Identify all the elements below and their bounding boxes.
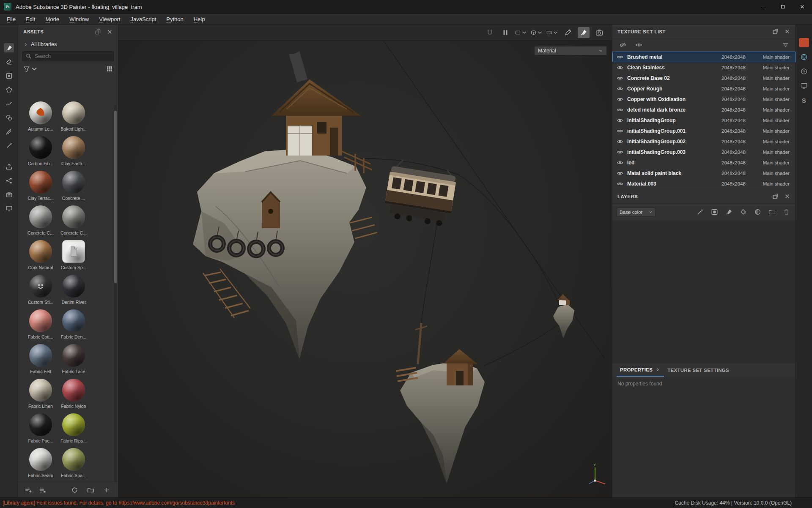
- asset-item[interactable]: Fabric Nylon: [57, 379, 90, 413]
- texture-set-row[interactable]: Matal solid paint black2048x2048Main sha…: [612, 168, 796, 178]
- asset-item[interactable]: Clay Terrac...: [24, 171, 57, 205]
- asset-item[interactable]: Fabric Den...: [57, 309, 90, 344]
- asset-item[interactable]: Denim Rivet: [57, 275, 90, 309]
- add-smart-material-icon[interactable]: [752, 208, 763, 217]
- add-effect-icon[interactable]: [695, 208, 705, 217]
- path-tool-icon[interactable]: [562, 27, 574, 38]
- substance-assets-icon[interactable]: [799, 38, 809, 47]
- asset-item[interactable]: Carbon Fib...: [24, 136, 57, 171]
- visibility-eye-icon[interactable]: [617, 180, 623, 187]
- asset-item[interactable]: Fabric Seam: [24, 448, 57, 483]
- eraser-tool-icon[interactable]: [4, 57, 14, 66]
- share-icon[interactable]: [4, 176, 14, 185]
- chevron-down-icon[interactable]: [31, 66, 38, 72]
- close-button[interactable]: [793, 0, 812, 14]
- texture-set-row[interactable]: Brushed metal2048x2048Main shader: [612, 52, 796, 62]
- add-group-icon[interactable]: [767, 208, 777, 217]
- screenshot-icon[interactable]: [593, 27, 605, 38]
- texture-set-row[interactable]: initialShadingGroup2048x2048Main shader: [612, 115, 796, 126]
- menu-javascript[interactable]: JavaScript: [126, 14, 162, 25]
- menu-window[interactable]: Window: [64, 14, 94, 25]
- display-settings-icon[interactable]: [4, 204, 14, 213]
- visibility-eye-icon[interactable]: [617, 64, 623, 71]
- layers-empty-area[interactable]: [612, 220, 796, 363]
- menu-python[interactable]: Python: [161, 14, 188, 25]
- texture-set-row[interactable]: Material.0032048x2048Main shader: [612, 178, 796, 189]
- axis-gizmo[interactable]: Y: [583, 462, 609, 487]
- filter-list-icon[interactable]: [780, 41, 790, 50]
- projection-tool-icon[interactable]: [4, 71, 14, 80]
- asset-item[interactable]: Clay Earth...: [57, 136, 90, 171]
- asset-item[interactable]: Fabric Cott...: [24, 309, 57, 344]
- texture-set-row[interactable]: initialShadingGroup.0012048x2048Main sha…: [612, 126, 796, 136]
- texture-set-row[interactable]: initialShadingGroup.0022048x2048Main sha…: [612, 136, 796, 147]
- delete-layer-icon[interactable]: [781, 208, 791, 217]
- asset-item[interactable]: Fabric Felt: [24, 344, 57, 379]
- texture-set-row[interactable]: Concrete Base 022048x2048Main shader: [612, 73, 796, 83]
- material-picker-tool-icon[interactable]: [4, 127, 14, 136]
- visibility-eye-icon[interactable]: [617, 85, 623, 92]
- menu-viewport[interactable]: Viewport: [94, 14, 125, 25]
- menu-file[interactable]: File: [2, 14, 21, 25]
- material-mode-dropdown[interactable]: Material: [534, 46, 607, 55]
- visibility-eye-icon[interactable]: [617, 96, 623, 103]
- visibility-eye-icon[interactable]: [617, 159, 623, 166]
- texture-set-row[interactable]: Copper with Oxidisation2048x2048Main sha…: [612, 94, 796, 104]
- export-icon[interactable]: [4, 162, 14, 171]
- maximize-button[interactable]: [773, 0, 793, 14]
- visibility-eye-icon[interactable]: [617, 128, 623, 134]
- asset-item[interactable]: Concrete ...: [57, 171, 90, 205]
- pause-engine-icon[interactable]: [499, 27, 511, 38]
- shading-mode-dropdown[interactable]: [531, 27, 543, 38]
- smudge-tool-icon[interactable]: [4, 99, 14, 108]
- texture-set-row[interactable]: led2048x2048Main shader: [612, 157, 796, 168]
- show-all-icon[interactable]: [634, 41, 644, 50]
- visibility-eye-icon[interactable]: [617, 107, 623, 113]
- 3d-viewport[interactable]: Material Y: [118, 25, 612, 497]
- add-mask-icon[interactable]: [709, 208, 719, 217]
- asset-item[interactable]: Custom Sp...: [57, 240, 90, 275]
- substance-share-icon[interactable]: S: [799, 96, 809, 105]
- polygon-fill-tool-icon[interactable]: [4, 85, 14, 94]
- visibility-eye-icon[interactable]: [617, 54, 623, 60]
- paint-tool-icon[interactable]: [4, 43, 14, 52]
- tab-texture-set-settings[interactable]: TEXTURE SET SETTINGS: [664, 363, 732, 377]
- asset-item[interactable]: Fabric Puc...: [24, 413, 57, 448]
- undock-panel-icon[interactable]: [772, 28, 779, 35]
- add-paint-layer-icon[interactable]: [724, 208, 734, 217]
- close-tab-icon[interactable]: [656, 367, 661, 372]
- close-panel-icon[interactable]: [107, 29, 113, 35]
- asset-item[interactable]: Autumn Le...: [24, 101, 57, 136]
- add-assets-icon[interactable]: [101, 485, 112, 495]
- assets-search-input[interactable]: [22, 51, 114, 61]
- community-assets-icon[interactable]: [799, 52, 809, 62]
- refresh-assets-icon[interactable]: [69, 485, 80, 495]
- channel-dropdown[interactable]: Base color: [617, 208, 656, 217]
- texture-set-row[interactable]: initialShadingGroup.0032048x2048Main sha…: [612, 147, 796, 157]
- display-icon[interactable]: [799, 81, 809, 90]
- history-icon[interactable]: [799, 67, 809, 76]
- asset-item[interactable]: Fabric Lace: [57, 344, 90, 379]
- visibility-eye-icon[interactable]: [617, 170, 623, 177]
- asset-item[interactable]: Baked Ligh...: [57, 101, 90, 136]
- hide-all-icon[interactable]: [617, 41, 628, 50]
- visibility-eye-icon[interactable]: [617, 149, 623, 156]
- grid-view-icon[interactable]: [106, 66, 113, 72]
- open-assets-folder-icon[interactable]: [85, 485, 96, 495]
- asset-item[interactable]: Fabric Linen: [24, 379, 57, 413]
- asset-item[interactable]: Concrete C...: [57, 205, 90, 240]
- undock-panel-icon[interactable]: [95, 29, 101, 35]
- undock-panel-icon[interactable]: [772, 193, 779, 199]
- bake-icon[interactable]: [4, 190, 14, 199]
- assets-scrollbar[interactable]: [114, 105, 117, 504]
- asset-item[interactable]: Cork Natural: [24, 240, 57, 275]
- close-panel-icon[interactable]: [784, 193, 790, 199]
- visibility-eye-icon[interactable]: [617, 138, 623, 145]
- magic-wand-tool-icon[interactable]: [4, 141, 14, 150]
- clone-tool-icon[interactable]: [4, 113, 14, 122]
- asset-item[interactable]: Custom Sti...: [24, 275, 57, 309]
- visibility-eye-icon[interactable]: [617, 75, 623, 82]
- menu-help[interactable]: Help: [189, 14, 210, 25]
- import-assets-icon[interactable]: [37, 485, 48, 495]
- library-selector[interactable]: All libraries: [18, 39, 118, 50]
